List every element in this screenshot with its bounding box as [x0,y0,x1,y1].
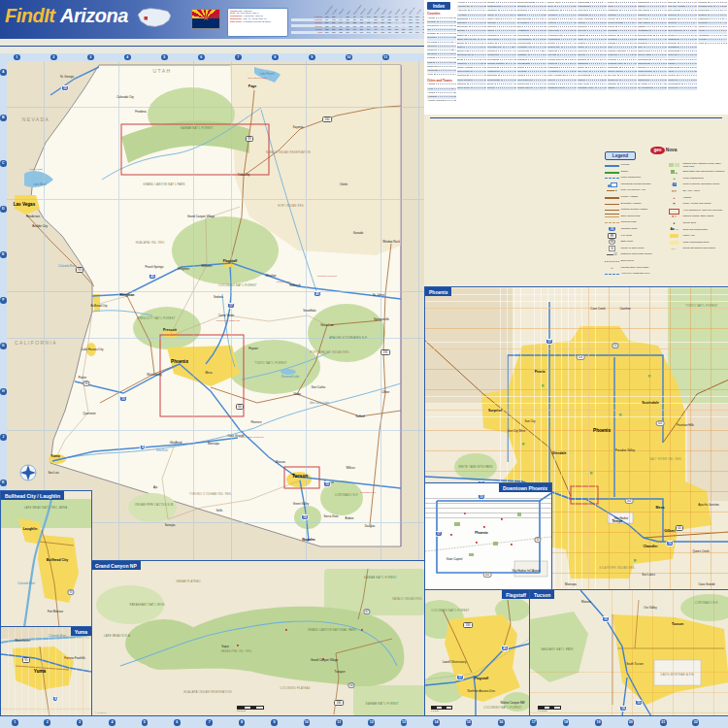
index-entry-name: Duncan [517,9,526,12]
index-entry-leader [440,66,450,67]
map-label: Petrified Forest NP [317,276,337,278]
index-entry-name: Ajo [427,87,431,90]
index-entry-leader [650,10,662,11]
map-label: Bullhead City [47,559,68,563]
index-entry-name: Santa Cruz [427,65,440,68]
index-entry-leader [501,80,511,81]
map-label: TONTO NAT'L FOREST [685,306,717,309]
index-entry-leader [677,75,693,76]
index-entry-leader [527,35,541,36]
legend-swatch-np [667,163,681,168]
index-entry-gridref: P-9 [452,87,456,90]
index-entry-name: Aguila [427,83,434,85]
index-entry-name: Mesa [578,38,583,41]
index-entry-gridref: R-14 [632,74,637,77]
index-entry-gridref: K-21 [451,91,456,94]
index-entry-leader [613,43,631,44]
index-entry-leader [565,59,572,60]
index-entry-gridref: P-14 [662,1,667,4]
mileage-value: 269 [345,31,351,33]
index-entry-name: Humboldt [547,38,558,41]
usa-locator-icon [136,6,173,31]
index-entry-name: Bagdad [457,17,466,20]
index-entry-name: Huachuca City [547,34,563,37]
index-entry-gridref: D-10 [542,86,546,89]
index-entry-name: Sahuarita [638,1,648,4]
geonova-logo: geoNova [650,138,695,148]
map-label: Mesa [656,507,665,511]
index-entry-leader [651,22,661,23]
map-label: Ajo [153,486,157,489]
legend-swatch-ic [667,209,681,214]
index-entry-leader [624,22,633,23]
legend-swatch-ho: + [667,196,681,201]
mileage-col-label: Douglas [332,8,338,15]
index-entry-gridref: J-18 [632,50,637,52]
index-entry-name: Leupp [547,83,554,85]
index-entry-name: Jerome [547,42,555,45]
index-entry-gridref: H-10 [512,34,516,37]
legend-item-label: National Capital; State Capital [683,215,714,218]
index-entry-leader [534,87,541,88]
index-entry-leader [431,88,451,89]
index-entry-gridref: Q-15 [661,66,667,69]
index-entry-leader [525,67,542,68]
index-entry-name: Somerton [638,62,648,65]
legend-swatch-di: 12 [605,252,619,257]
index-entry-name: Holbrook [547,25,557,28]
index-entry-gridref: O-2 [663,62,667,65]
map-label: Douglas [365,525,376,528]
index-entry-leader [584,30,602,31]
index-entry-gridref: O-3 [693,74,697,77]
index-entry-name: Eagar [517,14,524,17]
legend-item-label: Multilane Divided Highway [621,209,648,212]
index-entry-leader [679,10,691,11]
route-shield: 19 [619,706,627,711]
legend-item: ▪▪Wayside Stop; Port of Entry [605,266,667,271]
index-entry-gridref: Q-17 [480,34,486,37]
map-label: Sun City [525,420,536,423]
index-entry-leader [434,83,452,84]
index-entry-gridref: M-9 [543,62,546,65]
legend-swatch-sr: 95 [605,240,619,245]
index-entry-leader [495,30,513,31]
index-entry-leader [506,63,513,64]
route-shield: 40 [501,645,509,651]
ruler-number: 6 [198,54,205,61]
index-entry-leader [496,2,512,3]
index-entry-name: Kearny [547,62,555,65]
index-entry-name: Congress [487,53,498,56]
index-entry-leader [501,71,511,72]
index-entry-name: Kykotsmovi [547,70,560,73]
index-entry-leader [595,87,602,88]
index-column: SahuaritaP-14SalomeK-6San CarlosL-16Sand… [638,1,667,114]
index-entry-gridref: K-11 [632,34,637,37]
index-entry: DilkonF-16 [487,86,516,90]
legend-swatch-ra: ▲ [605,188,619,193]
route-shield: 95 [67,589,74,595]
scale-bar-grand-canyon: 0 5 10 mi [237,706,264,711]
index-entry-gridref: E-21 [662,86,667,89]
index-entry-name: Sun Lakes [668,9,679,12]
index-entry-gridref: M-17 [541,42,546,45]
index-entry-gridref: K-10 [572,86,577,89]
index-entry-name: Dewey [487,83,495,85]
index-entry-name: El Mirage [517,21,528,24]
index-entry-gridref: K-10 [542,21,546,24]
index-entry-name: Joseph City [547,46,560,49]
legend-item: Aa AaCities and Communities [667,227,725,232]
legend-swatch-ca: ★☆ [667,215,681,219]
index-entry-name: Fort Thomas [517,42,531,45]
index-entry-name: Cave Creek [457,86,470,89]
index-entry: SaffordN-18 [608,86,637,90]
index-entry-leader [564,35,571,36]
index-entry-name: Parker [608,1,614,4]
index-entry-gridref: L-13 [692,14,697,17]
index-entry-gridref: K-11 [662,29,667,32]
index-entry-name: Rio Rico [608,74,616,77]
index-entry-leader [554,6,572,7]
ruler-letter: H [0,388,7,395]
map-label: Chandler [643,546,657,549]
ruler-letter: B [0,115,7,121]
map-label: KAIBAB NAT'L FOREST [181,128,214,131]
